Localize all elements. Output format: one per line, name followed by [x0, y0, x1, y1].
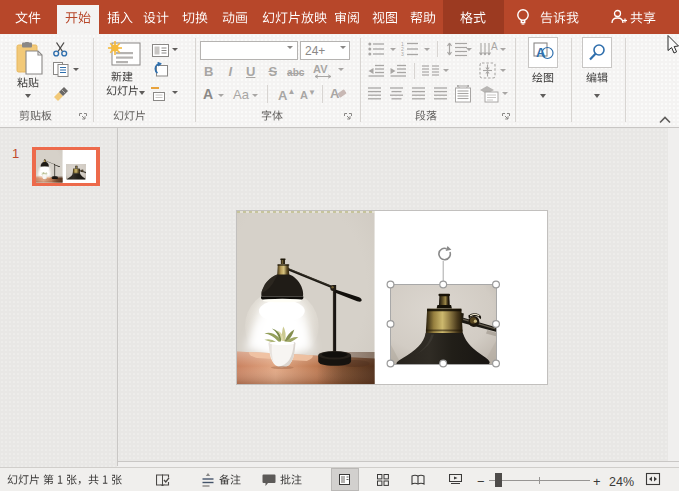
svg-text:AV: AV [313, 63, 328, 75]
svg-text:A: A [491, 41, 498, 52]
svg-text:3: 3 [401, 51, 404, 56]
